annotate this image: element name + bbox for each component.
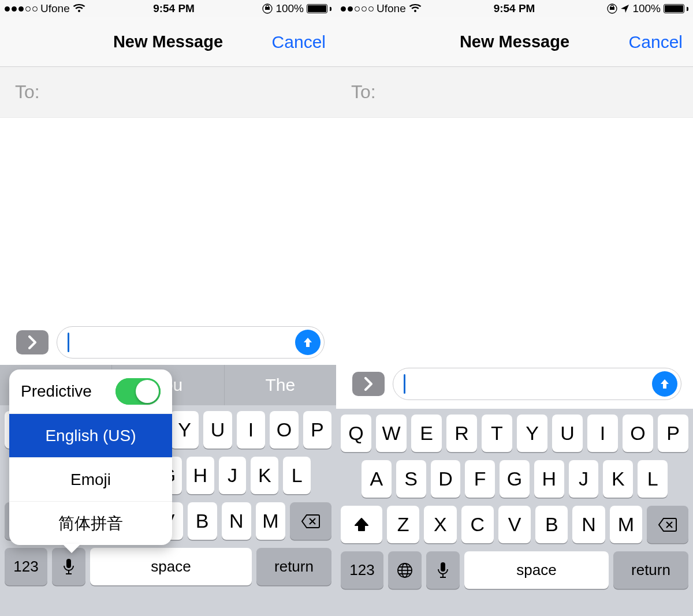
numbers-key[interactable]: 123	[341, 551, 383, 589]
to-label: To:	[15, 81, 40, 103]
keyboard-row-bottom: 123 space return	[341, 551, 688, 589]
letter-key[interactable]: M	[610, 506, 642, 543]
signal-strength-icon	[5, 6, 38, 12]
delete-key[interactable]	[647, 506, 688, 543]
letter-key[interactable]: O	[623, 415, 653, 452]
shift-key[interactable]	[341, 506, 382, 543]
text-cursor	[68, 333, 69, 352]
letter-key[interactable]: Y	[170, 411, 199, 449]
status-time: 9:54 PM	[153, 2, 195, 15]
letter-key[interactable]: R	[446, 415, 477, 452]
dictation-key[interactable]	[52, 548, 85, 585]
keyboard-row-3: ZXCVBNM	[341, 506, 688, 543]
wifi-icon	[409, 4, 422, 13]
letter-key[interactable]: S	[396, 460, 426, 498]
rotation-lock-icon	[607, 3, 617, 14]
nav-header: New Message Cancel	[0, 17, 336, 67]
letter-key[interactable]: F	[465, 460, 495, 498]
keyboard-row-bottom: 123 space return	[5, 548, 331, 585]
apps-toggle-button[interactable]	[16, 330, 49, 354]
battery-icon	[307, 4, 331, 13]
status-time: 9:54 PM	[494, 2, 535, 15]
pane-right: Ufone 9:54 PM 100% New Message	[336, 0, 693, 616]
letter-key[interactable]: Y	[517, 415, 547, 452]
letter-key[interactable]: Z	[387, 506, 419, 543]
letter-key[interactable]: J	[569, 460, 599, 498]
letter-key[interactable]: W	[376, 415, 407, 452]
return-key[interactable]: return	[256, 548, 331, 585]
carrier-label: Ufone	[377, 2, 406, 15]
letter-key[interactable]: K	[251, 457, 278, 494]
letter-key[interactable]: B	[535, 506, 568, 543]
keyboard-row-1: QWERTYUIOP	[341, 415, 688, 452]
letter-key[interactable]: T	[482, 415, 512, 452]
dictation-key[interactable]	[426, 551, 460, 589]
letter-key[interactable]: D	[431, 460, 461, 498]
letter-key[interactable]: N	[572, 506, 605, 543]
letter-key[interactable]: E	[411, 415, 442, 452]
cancel-button[interactable]: Cancel	[629, 32, 683, 52]
return-key[interactable]: return	[613, 551, 688, 589]
letter-key[interactable]: H	[534, 460, 564, 498]
language-option[interactable]: 简体拼音	[9, 501, 172, 545]
letter-key[interactable]: N	[222, 502, 251, 540]
pane-left: Ufone 9:54 PM 100% New Message Cancel	[0, 0, 336, 616]
battery-percent: 100%	[275, 2, 304, 15]
letter-key[interactable]: V	[498, 506, 531, 543]
space-key[interactable]: space	[464, 551, 609, 589]
message-input-row	[0, 322, 336, 363]
letter-key[interactable]: O	[270, 411, 298, 449]
apps-toggle-button[interactable]	[352, 372, 385, 396]
letter-key[interactable]: B	[188, 502, 217, 540]
predictive-toggle-row[interactable]: Predictive	[9, 369, 172, 413]
predictive-toggle[interactable]	[116, 378, 161, 405]
to-label: To:	[351, 81, 376, 103]
to-field-row[interactable]: To:	[336, 67, 693, 118]
letter-key[interactable]: M	[256, 502, 285, 540]
letter-key[interactable]: P	[303, 411, 331, 449]
signal-strength-icon	[341, 6, 374, 12]
letter-key[interactable]: P	[658, 415, 688, 452]
svg-rect-8	[441, 562, 445, 572]
letter-key[interactable]: U	[203, 411, 232, 449]
wifi-icon	[73, 4, 85, 13]
status-bar: Ufone 9:54 PM 100%	[336, 0, 693, 17]
letter-key[interactable]: C	[461, 506, 494, 543]
globe-key[interactable]	[388, 551, 422, 589]
letter-key[interactable]: H	[187, 457, 214, 494]
predictive-suggestion[interactable]: The	[225, 365, 336, 405]
letter-key[interactable]: U	[552, 415, 583, 452]
to-field-row[interactable]: To:	[0, 67, 336, 118]
status-bar: Ufone 9:54 PM 100%	[0, 0, 336, 17]
letter-key[interactable]: I	[237, 411, 265, 449]
message-input[interactable]	[393, 368, 681, 400]
letter-key[interactable]: K	[603, 460, 633, 498]
letter-key[interactable]: L	[283, 457, 311, 494]
delete-key[interactable]	[290, 502, 331, 540]
letter-key[interactable]: A	[362, 460, 392, 498]
page-title: New Message	[460, 32, 569, 51]
carrier-label: Ufone	[40, 2, 70, 15]
letter-key[interactable]: X	[424, 506, 456, 543]
keyboard: QWERTYUIOP ASDFGHJKL ZXCVBNM 123 space r…	[336, 409, 693, 616]
page-title: New Message	[113, 32, 223, 51]
send-button[interactable]	[652, 371, 677, 397]
language-option[interactable]: Emoji	[9, 457, 172, 501]
message-input[interactable]	[57, 326, 325, 359]
battery-icon	[664, 4, 688, 13]
letter-key[interactable]: L	[638, 460, 668, 498]
space-key[interactable]: space	[90, 548, 252, 585]
letter-key[interactable]: Q	[341, 415, 371, 452]
svg-rect-1	[66, 559, 71, 568]
letter-key[interactable]: I	[587, 415, 618, 452]
letter-key[interactable]: J	[219, 457, 247, 494]
predictive-label: Predictive	[21, 382, 92, 401]
cancel-button[interactable]: Cancel	[272, 32, 326, 52]
nav-header: New Message Cancel	[336, 17, 693, 67]
text-cursor	[404, 374, 405, 394]
rotation-lock-icon	[262, 3, 273, 14]
language-option[interactable]: English (US)	[9, 413, 172, 457]
letter-key[interactable]: G	[500, 460, 530, 498]
send-button[interactable]	[295, 330, 321, 355]
numbers-key[interactable]: 123	[5, 548, 47, 585]
